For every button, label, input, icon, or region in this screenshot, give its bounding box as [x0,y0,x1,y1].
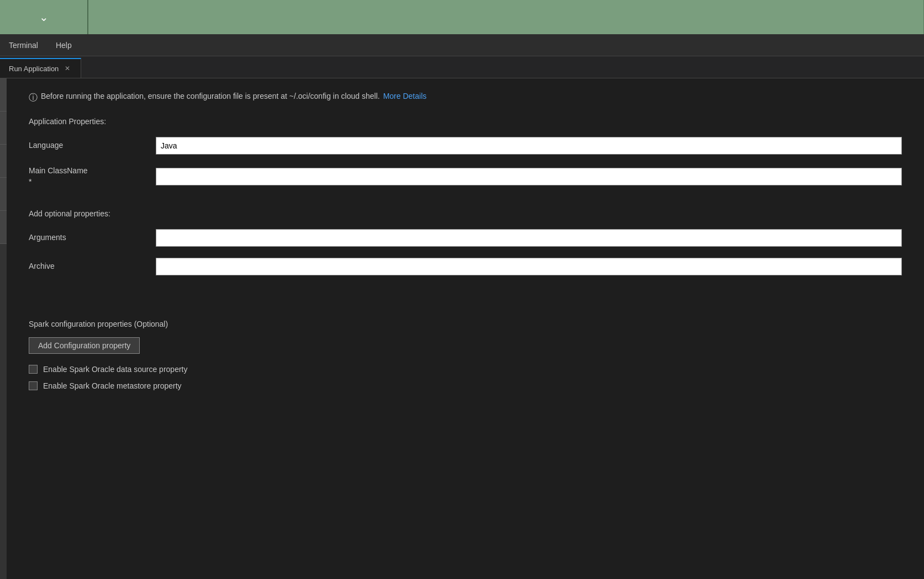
language-row: Language [29,137,902,155]
checkbox-oracle-metastore[interactable] [29,381,38,390]
add-configuration-property-button[interactable]: Add Configuration property [29,337,140,354]
language-label: Language [29,140,156,151]
spacer-3 [29,298,902,309]
sidebar-item-5[interactable] [0,211,7,244]
main-classname-input[interactable] [156,168,902,185]
optional-properties-heading: Add optional properties: [29,209,902,218]
spacer-1 [29,198,902,209]
archive-row: Archive [29,258,902,275]
info-banner: ⓘ Before running the application, ensure… [29,92,902,104]
main-classname-required: * [29,177,31,186]
checkbox-row-oracle-metastore: Enable Spark Oracle metastore property [29,381,902,390]
checkbox-oracle-metastore-label: Enable Spark Oracle metastore property [43,381,182,390]
more-details-link[interactable]: More Details [383,92,427,100]
checkbox-row-oracle-data-source: Enable Spark Oracle data source property [29,365,902,374]
sidebar-item-1[interactable] [0,78,7,111]
language-input[interactable] [156,137,902,155]
menu-bar: Terminal Help [0,34,924,56]
arguments-label: Arguments [29,232,156,243]
tab-run-application[interactable]: Run Application ✕ [0,58,81,78]
menu-item-terminal[interactable]: Terminal [0,34,47,56]
info-icon: ⓘ [29,92,38,104]
main-classname-row: Main ClassName * [29,166,902,187]
arguments-input[interactable] [156,229,902,247]
tab-bar: Run Application ✕ [0,56,924,78]
tab-run-application-label: Run Application [9,65,59,73]
archive-input[interactable] [156,258,902,275]
menu-item-help[interactable]: Help [47,34,81,56]
main-content: ⓘ Before running the application, ensure… [7,78,924,579]
checkbox-oracle-data-source-label: Enable Spark Oracle data source property [43,365,187,374]
top-bar: ⌄ [0,0,924,34]
sidebar-strip [0,78,7,579]
main-classname-label: Main ClassName * [29,166,156,187]
top-bar-left: ⌄ [0,0,88,34]
tab-close-icon[interactable]: ✕ [63,64,72,73]
application-properties-heading: Application Properties: [29,117,902,126]
info-text: Before running the application, ensure t… [41,92,380,100]
sidebar-item-4[interactable] [0,178,7,211]
sidebar-item-2[interactable] [0,111,7,145]
spark-config-heading: Spark configuration properties (Optional… [29,320,902,328]
archive-label: Archive [29,261,156,272]
checkbox-oracle-data-source[interactable] [29,365,38,374]
chevron-down-icon[interactable]: ⌄ [39,10,49,24]
arguments-row: Arguments [29,229,902,247]
sidebar-item-3[interactable] [0,145,7,178]
spacer-2 [29,286,902,298]
